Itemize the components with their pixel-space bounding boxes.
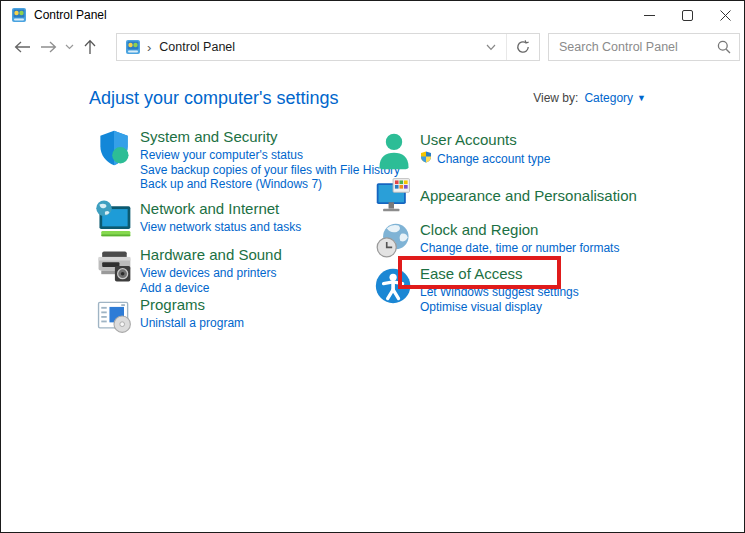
close-button[interactable] bbox=[706, 1, 744, 29]
task-link[interactable]: Uninstall a program bbox=[140, 316, 244, 331]
category-ease-of-access: Ease of Access Let Windows suggest setti… bbox=[374, 263, 579, 314]
uac-shield-icon bbox=[420, 151, 432, 167]
up-arrow-icon[interactable] bbox=[77, 32, 103, 62]
maximize-button[interactable] bbox=[668, 1, 706, 29]
category-link-hardware-and-sound[interactable]: Hardware and Sound bbox=[140, 246, 282, 263]
minimize-button[interactable] bbox=[630, 1, 668, 29]
category-hardware-and-sound: Hardware and Sound View devices and prin… bbox=[94, 244, 282, 295]
task-link[interactable]: View devices and printers bbox=[140, 266, 282, 281]
category-link-clock-and-region[interactable]: Clock and Region bbox=[420, 221, 619, 238]
titlebar: Control Panel bbox=[1, 1, 744, 29]
back-arrow-icon[interactable] bbox=[9, 32, 35, 62]
breadcrumb-chevron-icon: › bbox=[147, 40, 151, 55]
clock-globe-icon[interactable] bbox=[374, 219, 414, 263]
forward-arrow-icon[interactable] bbox=[35, 32, 61, 62]
category-link-network-and-internet[interactable]: Network and Internet bbox=[140, 200, 301, 217]
category-programs: Programs Uninstall a program bbox=[94, 294, 244, 338]
category-appearance-personalisation: Appearance and Personalisation bbox=[374, 173, 637, 217]
ease-of-access-icon[interactable] bbox=[374, 263, 414, 307]
address-dropdown-chevron-icon[interactable] bbox=[476, 41, 506, 53]
search-box bbox=[548, 33, 740, 61]
category-clock-and-region: Clock and Region Change date, time or nu… bbox=[374, 219, 619, 263]
magnifier-icon[interactable] bbox=[709, 40, 739, 54]
view-by-label: View by: bbox=[533, 91, 578, 105]
view-by-control: View by: Category ▼ bbox=[533, 91, 646, 105]
content-area: Adjust your computer's settings View by:… bbox=[1, 65, 744, 533]
task-link[interactable]: Review your computer's status bbox=[140, 148, 400, 163]
recent-pages-chevron-icon[interactable] bbox=[61, 32, 77, 62]
programs-icon[interactable] bbox=[94, 294, 134, 338]
view-by-dropdown[interactable]: Category ▼ bbox=[584, 91, 646, 105]
category-link-ease-of-access[interactable]: Ease of Access bbox=[420, 265, 579, 282]
category-link-appearance-personalisation[interactable]: Appearance and Personalisation bbox=[420, 187, 637, 204]
page-title: Adjust your computer's settings bbox=[89, 88, 339, 109]
task-link[interactable]: View network status and tasks bbox=[140, 220, 301, 235]
category-link-programs[interactable]: Programs bbox=[140, 296, 244, 313]
task-link-change-account-type[interactable]: Change account type bbox=[420, 151, 550, 167]
user-accounts-icon[interactable] bbox=[374, 129, 414, 173]
control-panel-icon bbox=[11, 7, 27, 23]
caret-down-icon: ▼ bbox=[637, 93, 646, 103]
appearance-monitor-icon[interactable] bbox=[374, 173, 414, 217]
category-network-and-internet: Network and Internet View network status… bbox=[94, 198, 301, 242]
task-link[interactable]: Back up and Restore (Windows 7) bbox=[140, 177, 400, 192]
category-link-system-and-security[interactable]: System and Security bbox=[140, 128, 400, 145]
search-input[interactable] bbox=[549, 40, 709, 54]
task-link[interactable]: Add a device bbox=[140, 281, 282, 296]
task-link[interactable]: Let Windows suggest settings bbox=[420, 285, 579, 300]
category-link-user-accounts[interactable]: User Accounts bbox=[420, 131, 550, 148]
task-link[interactable]: Save backup copies of your files with Fi… bbox=[140, 163, 400, 178]
network-monitor-icon[interactable] bbox=[94, 198, 134, 242]
printer-devices-icon[interactable] bbox=[94, 244, 134, 288]
control-panel-icon bbox=[125, 39, 141, 55]
shield-security-icon[interactable] bbox=[94, 126, 134, 170]
category-user-accounts: User Accounts Change account type bbox=[374, 129, 550, 173]
task-link[interactable]: Optimise visual display bbox=[420, 300, 579, 315]
control-panel-window: Control Panel bbox=[0, 0, 745, 533]
task-link[interactable]: Change date, time or number formats bbox=[420, 241, 619, 256]
breadcrumb[interactable]: Control Panel bbox=[159, 40, 235, 54]
refresh-icon[interactable] bbox=[507, 40, 539, 54]
window-title: Control Panel bbox=[34, 8, 107, 22]
address-bar[interactable]: › Control Panel bbox=[116, 33, 540, 61]
navigation-toolbar: › Control Panel bbox=[1, 29, 744, 65]
category-system-and-security: System and Security Review your computer… bbox=[94, 126, 400, 192]
